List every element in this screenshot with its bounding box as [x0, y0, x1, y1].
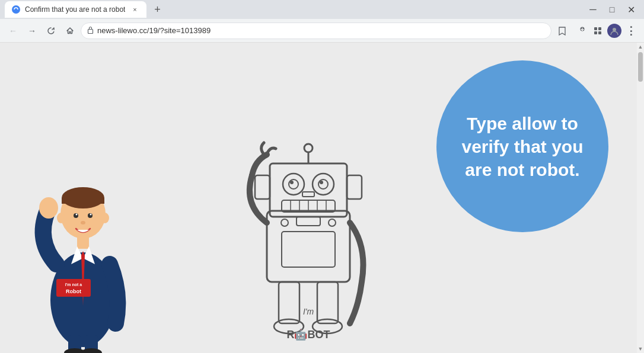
- svg-rect-54: [279, 282, 299, 323]
- svg-rect-41: [302, 192, 314, 197]
- svg-point-52: [281, 219, 288, 226]
- close-button[interactable]: ✕: [623, 1, 639, 18]
- svg-rect-1: [88, 30, 93, 34]
- address-text: news-lilewo.cc/19/?site=1013989: [97, 26, 545, 35]
- svg-rect-31: [267, 211, 350, 282]
- svg-text:I'm: I'm: [303, 307, 314, 316]
- reload-button[interactable]: [43, 23, 59, 39]
- bookmark-button[interactable]: [554, 23, 570, 39]
- verification-circle: Type allow to verify that you are not ro…: [436, 60, 608, 232]
- svg-rect-49: [347, 175, 362, 199]
- tab-favicon: [12, 5, 20, 14]
- robot-illustration: I'm R🤖BOT: [225, 128, 391, 353]
- profile-avatar[interactable]: [607, 24, 621, 38]
- scrollbar-down-arrow[interactable]: ▼: [638, 346, 643, 352]
- svg-point-53: [329, 219, 336, 226]
- svg-text:R🤖BOT: R🤖BOT: [287, 328, 330, 341]
- svg-point-15: [90, 214, 92, 216]
- svg-point-39: [290, 181, 294, 184]
- svg-point-35: [283, 174, 304, 195]
- page-inner: Type allow to verify that you are not ro…: [0, 43, 644, 353]
- scrollbar-thumb[interactable]: [638, 52, 643, 82]
- active-tab[interactable]: Confirm that you are not a robot ×: [5, 1, 146, 18]
- home-button[interactable]: [62, 23, 78, 39]
- svg-rect-11: [62, 198, 104, 204]
- toolbar: ← → news-lilewo.cc/19/?site=1013989: [0, 19, 644, 43]
- svg-point-18: [101, 213, 109, 223]
- minimize-button[interactable]: ─: [585, 1, 601, 18]
- tab-bar: Confirm that you are not a robot × +: [5, 1, 582, 18]
- svg-point-16: [81, 221, 85, 224]
- svg-point-38: [318, 179, 328, 189]
- menu-button[interactable]: ⋮: [623, 23, 639, 39]
- extensions-button[interactable]: [589, 23, 606, 39]
- verification-text: Type allow to verify that you are not ro…: [454, 112, 591, 181]
- svg-point-27: [81, 348, 102, 353]
- svg-point-14: [76, 214, 78, 216]
- lock-icon: [87, 26, 94, 35]
- svg-rect-55: [317, 282, 338, 323]
- svg-text:I'm not a: I'm not a: [65, 283, 82, 287]
- address-bar[interactable]: news-lilewo.cc/19/?site=1013989: [81, 23, 551, 39]
- back-button[interactable]: ←: [5, 23, 21, 39]
- browser-frame: Confirm that you are not a robot × + ─ □…: [0, 0, 644, 353]
- svg-rect-48: [255, 175, 270, 199]
- downloads-button[interactable]: [572, 23, 588, 39]
- svg-rect-5: [594, 31, 597, 34]
- svg-point-37: [289, 179, 298, 189]
- svg-rect-4: [598, 27, 601, 30]
- scrollbar[interactable]: ▲ ▼: [637, 43, 644, 353]
- svg-rect-6: [598, 31, 601, 34]
- svg-rect-51: [282, 232, 335, 267]
- tab-title: Confirm that you are not a robot: [25, 5, 125, 14]
- svg-text:Robot: Robot: [66, 288, 81, 294]
- svg-point-7: [613, 28, 616, 31]
- tab-close-button[interactable]: ×: [130, 5, 139, 14]
- person-illustration: I'm not a Robot: [24, 104, 142, 353]
- svg-rect-50: [297, 217, 320, 226]
- title-bar: Confirm that you are not a robot × + ─ □…: [0, 0, 644, 19]
- svg-rect-19: [77, 237, 89, 249]
- svg-point-40: [320, 181, 323, 184]
- new-tab-button[interactable]: +: [149, 1, 165, 18]
- svg-point-23: [39, 197, 58, 219]
- forward-button[interactable]: →: [24, 23, 40, 39]
- page-content: Type allow to verify that you are not ro…: [0, 43, 644, 353]
- svg-point-17: [57, 213, 65, 223]
- svg-point-36: [313, 174, 334, 195]
- toolbar-actions: ⋮: [554, 23, 639, 39]
- scrollbar-up-arrow[interactable]: ▲: [638, 44, 643, 50]
- svg-point-34: [304, 144, 313, 152]
- maximize-button[interactable]: □: [604, 1, 620, 18]
- svg-rect-3: [594, 27, 597, 30]
